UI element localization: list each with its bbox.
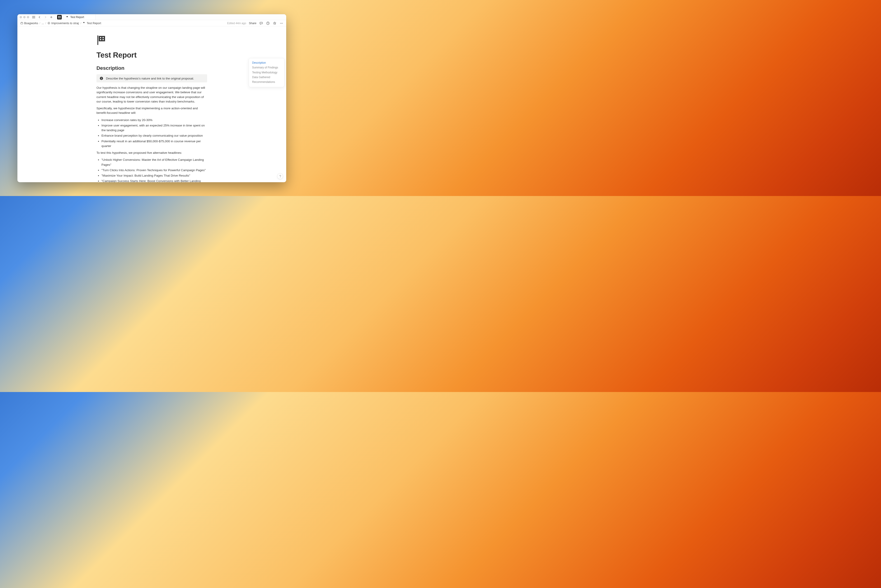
outline-item[interactable]: Recommendations	[252, 80, 281, 84]
list-item[interactable]: Potentially result in an additional $50,…	[101, 139, 207, 148]
last-edited-label: Edited 44m ago	[227, 22, 246, 25]
list-item[interactable]: Enhance brand perception by clearly comm…	[101, 133, 207, 138]
sidebar-toggle-icon[interactable]	[32, 15, 36, 20]
page: Test Report Description Describe the hyp…	[17, 26, 286, 182]
breadcrumb-leaf[interactable]: Test Report	[83, 22, 101, 25]
outline-item[interactable]: Description	[252, 60, 281, 65]
titlebar: Test Report	[17, 14, 286, 20]
app-window: Test Report Boagworks / ... / Improvemen…	[17, 14, 286, 182]
svg-rect-16	[102, 39, 104, 40]
svg-point-6	[48, 23, 49, 24]
svg-point-9	[281, 23, 282, 24]
tab-current[interactable]: Test Report	[64, 14, 96, 20]
svg-rect-0	[58, 16, 59, 17]
list-item[interactable]: "Unlock Higher Conversions: Master the A…	[101, 158, 207, 167]
list-item[interactable]: Improve user engagement, with an expecte…	[101, 123, 207, 132]
svg-rect-11	[98, 36, 98, 45]
list-item[interactable]: "Maximize Your Impact: Build Landing Pag…	[101, 173, 207, 178]
svg-point-18	[101, 78, 102, 78]
section-description-heading[interactable]: Description	[96, 65, 207, 71]
breadcrumb-ellipsis[interactable]: ...	[42, 22, 44, 25]
callout-block[interactable]: Describe the hypothesis's nature and lin…	[96, 74, 207, 82]
flag-icon	[83, 22, 86, 25]
back-button[interactable]	[37, 15, 42, 20]
svg-rect-3	[60, 17, 60, 18]
page-content: Test Report Description Describe the hyp…	[96, 36, 207, 182]
bullet-list[interactable]: Increase conversion rates by 20-30% Impr…	[96, 118, 207, 148]
zoom-window-button[interactable]	[27, 16, 29, 18]
svg-rect-1	[60, 16, 60, 17]
list-item[interactable]: "Turn Clicks Into Actions: Proven Techni…	[101, 168, 207, 172]
svg-point-20	[280, 177, 280, 177]
new-tab-button[interactable]	[49, 15, 54, 20]
breadcrumb: Boagworks / ... / Improvements to strapl…	[20, 22, 101, 25]
breadcrumb-mid-label: Improvements to strapl...	[51, 22, 79, 25]
outline-item[interactable]: Summary of Findings	[252, 65, 281, 70]
paragraph[interactable]: To test this hypothesis, we proposed fiv…	[96, 151, 207, 155]
page-scroll[interactable]: Test Report Description Describe the hyp…	[17, 26, 286, 182]
flag-icon	[66, 16, 69, 19]
header-bar: Boagworks / ... / Improvements to strapl…	[17, 20, 286, 26]
comments-icon[interactable]	[259, 21, 263, 25]
close-window-button[interactable]	[20, 16, 22, 18]
breadcrumb-separator: /	[39, 22, 40, 25]
tab-title: Test Report	[70, 16, 84, 19]
minimize-window-button[interactable]	[23, 16, 26, 18]
page-title[interactable]: Test Report	[96, 51, 207, 59]
svg-point-8	[280, 23, 281, 24]
list-item[interactable]: "Campaign Success Starts Here: Boost Con…	[101, 178, 207, 182]
svg-point-10	[282, 23, 283, 24]
target-icon	[47, 22, 50, 25]
outline-item[interactable]: Testing Methodology	[252, 70, 281, 75]
outline-panel: Description Summary of Findings Testing …	[249, 58, 284, 87]
svg-rect-14	[102, 37, 104, 38]
page-emoji-icon[interactable]	[96, 36, 107, 46]
bullet-list[interactable]: "Unlock Higher Conversions: Master the A…	[96, 158, 207, 182]
share-button[interactable]: Share	[249, 22, 257, 25]
breadcrumb-root-label: Boagworks	[24, 22, 38, 25]
more-icon[interactable]	[279, 21, 284, 25]
paragraph[interactable]: Specifically, we hypothesize that implem…	[96, 106, 207, 116]
callout-text: Describe the hypothesis's nature and lin…	[106, 77, 194, 80]
workspace-icon[interactable]	[57, 15, 62, 20]
breadcrumb-separator: /	[80, 22, 81, 25]
svg-rect-15	[100, 39, 101, 40]
list-item[interactable]: Increase conversion rates by 20-30%	[101, 118, 207, 122]
window-controls	[19, 16, 30, 18]
svg-rect-19	[101, 78, 102, 79]
help-button[interactable]	[277, 173, 283, 179]
breadcrumb-mid[interactable]: Improvements to strapl...	[47, 22, 79, 25]
outline-item[interactable]: Data Gathered	[252, 75, 281, 80]
svg-rect-2	[58, 17, 59, 18]
info-icon	[100, 76, 103, 80]
favorite-icon[interactable]	[273, 21, 277, 25]
paragraph[interactable]: Our hypothesis is that changing the stra…	[96, 86, 207, 104]
header-actions: Edited 44m ago Share	[227, 21, 284, 25]
briefcase-icon	[20, 22, 23, 25]
breadcrumb-leaf-label: Test Report	[87, 22, 101, 25]
forward-button[interactable]	[43, 15, 48, 20]
svg-rect-13	[100, 37, 101, 38]
svg-rect-4	[21, 22, 23, 24]
history-icon[interactable]	[266, 21, 270, 25]
breadcrumb-separator: /	[45, 22, 46, 25]
svg-rect-12	[99, 36, 105, 41]
breadcrumb-root[interactable]: Boagworks	[20, 22, 38, 25]
